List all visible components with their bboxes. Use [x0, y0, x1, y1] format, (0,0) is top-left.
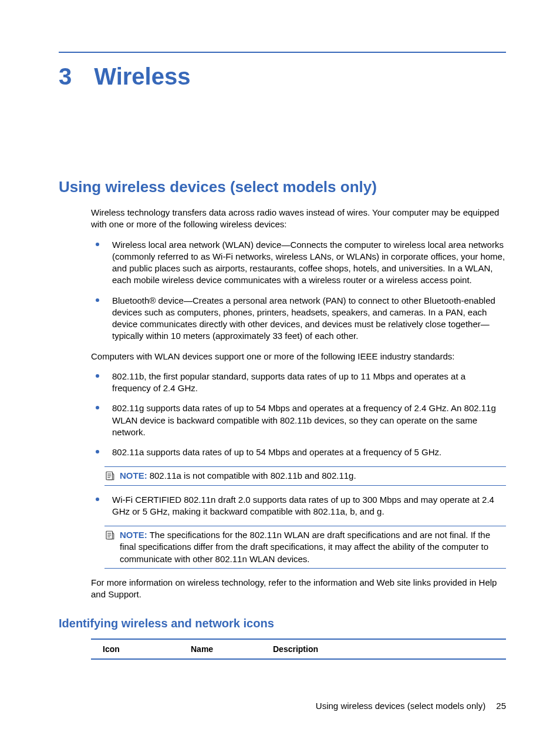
list-item: Wireless local area network (WLAN) devic… — [91, 239, 506, 287]
section-heading: Using wireless devices (select models on… — [59, 178, 506, 196]
note-text: The specifications for the 802.11n WLAN … — [120, 530, 490, 564]
note-block: NOTE:802.11a is not compatible with 802.… — [104, 466, 506, 485]
table-header-desc: Description — [273, 644, 494, 654]
more-info-paragraph: For more information on wireless technol… — [91, 577, 506, 601]
standards-intro: Computers with WLAN devices support one … — [91, 351, 506, 362]
device-list: Wireless local area network (WLAN) devic… — [91, 239, 506, 342]
document-page: 3 Wireless Using wireless devices (selec… — [0, 0, 560, 660]
chapter-heading: 3 Wireless — [59, 63, 506, 90]
note-text: 802.11a is not compatible with 802.11b a… — [150, 471, 356, 480]
table-header-name: Name — [191, 644, 273, 654]
chapter-number: 3 — [59, 63, 72, 90]
note-body: NOTE:The specifications for the 802.11n … — [120, 529, 506, 565]
table-bottom-border — [91, 658, 506, 660]
table-header-icon: Icon — [103, 644, 191, 654]
intro-paragraph: Wireless technology transfers data acros… — [91, 207, 506, 231]
page-footer: Using wireless devices (select models on… — [316, 701, 506, 711]
note-label: NOTE: — [120, 471, 147, 480]
page-number: 25 — [496, 701, 506, 711]
note-icon — [104, 530, 115, 540]
note-icon — [104, 471, 115, 481]
list-item: 802.11g supports data rates of up to 54 … — [91, 402, 506, 438]
top-rule — [59, 52, 506, 53]
list-item: 802.11b, the first popular standard, sup… — [91, 371, 506, 395]
note-block: NOTE:The specifications for the 802.11n … — [104, 526, 506, 569]
icon-table: Icon Name Description — [91, 639, 506, 660]
chapter-title: Wireless — [94, 63, 190, 90]
list-item: 802.11a supports data rates of up to 54 … — [91, 446, 506, 458]
standards-list-2: Wi-Fi CERTIFIED 802.11n draft 2.0 suppor… — [91, 494, 506, 518]
list-item: Bluetooth® device—Creates a personal are… — [91, 295, 506, 342]
note-body: NOTE:802.11a is not compatible with 802.… — [120, 470, 506, 482]
list-item: Wi-Fi CERTIFIED 802.11n draft 2.0 suppor… — [91, 494, 506, 518]
table-header-row: Icon Name Description — [91, 640, 506, 658]
standards-list: 802.11b, the first popular standard, sup… — [91, 371, 506, 459]
subsection-heading: Identifying wireless and network icons — [59, 617, 506, 630]
footer-text: Using wireless devices (select models on… — [316, 701, 485, 711]
note-label: NOTE: — [120, 530, 147, 540]
